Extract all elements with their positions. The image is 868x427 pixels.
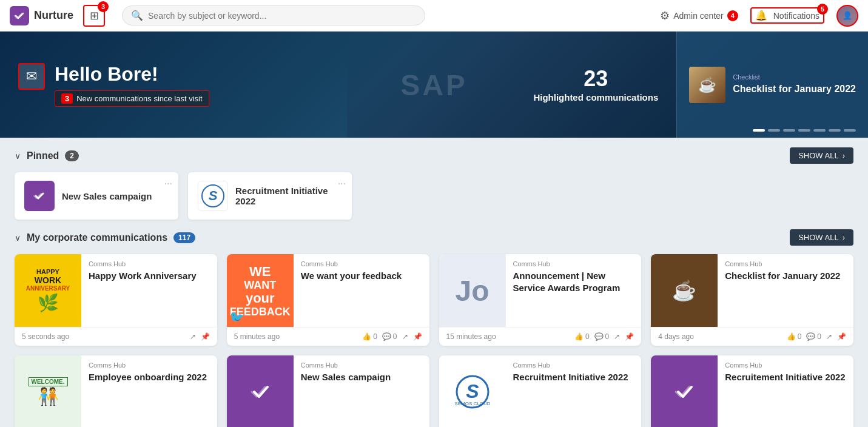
pinned-title: Pinned [27, 150, 59, 161]
hero-dot-2[interactable] [768, 129, 780, 132]
logo-icon [10, 6, 29, 25]
fb-your: your [246, 291, 275, 306]
checklist-like-count: 0 [798, 332, 802, 341]
announcement-like-count: 0 [585, 332, 590, 341]
recruitment-hub-label: Comms Hub [513, 361, 634, 369]
hero-dot-1[interactable] [753, 129, 765, 132]
announcement-comment-icon: 💬 [594, 332, 604, 341]
checklist-share-icon[interactable]: ↗ [826, 332, 832, 341]
announcement-share-icon[interactable]: ↗ [614, 332, 620, 341]
announcement-likes[interactable]: 👍 0 [574, 332, 590, 341]
recruitement-title: Recruitement Initiative 2022 [725, 371, 846, 422]
sales-hub-label: Comms Hub [301, 361, 422, 369]
corporate-show-all-button[interactable]: SHOW ALL › [790, 229, 853, 246]
hero-dot-4[interactable] [798, 129, 810, 132]
checklist-pin-icon[interactable]: 📌 [837, 332, 846, 341]
grid-badge: 3 [98, 1, 109, 12]
comm-card-sales[interactable]: Comms Hub New Sales campaign ↗ 📌 [227, 355, 429, 427]
hero-featured-card[interactable]: ☕ Checklist Checklist for January 2022 [676, 32, 868, 138]
sales-thumb-content [227, 355, 294, 427]
ann-text-happy: HAPPY [36, 268, 59, 275]
checklist-info: Comms Hub Checklist for January 2022 [718, 254, 853, 327]
feedback-share-icon[interactable]: ↗ [402, 332, 408, 341]
checklist-likes[interactable]: 👍 0 [787, 332, 802, 341]
jo-thumb-content: Jo [439, 254, 506, 327]
admin-center-button[interactable]: ⚙ Admin center 4 [660, 9, 738, 22]
announcement-title: Announcement | New Service Awards Progra… [513, 270, 634, 321]
corporate-header: ∨ My corporate communications 117 SHOW A… [15, 229, 853, 246]
pinned-card-2-icon: S [198, 181, 228, 211]
svg-text:S: S [209, 188, 218, 203]
comm-card-feedback[interactable]: WE WANT your FEEDBACK 🐦 Comms Hub We wan… [227, 254, 429, 346]
hero-dot-3[interactable] [783, 129, 795, 132]
hero-dot-6[interactable] [829, 129, 841, 132]
comm-card-top-recruitement: Comms Hub Recruitement Initiative 2022 [651, 355, 853, 427]
pinned-collapse-icon[interactable]: ∨ [15, 151, 21, 161]
corporate-section: ∨ My corporate communications 117 SHOW A… [0, 229, 868, 427]
notifications-button[interactable]: 🔔 5 Notifications [750, 7, 824, 24]
checklist-comments[interactable]: 💬 0 [806, 332, 821, 341]
announcement-hub-label: Comms Hub [513, 260, 634, 267]
featured-card-label: Checklist [733, 73, 856, 81]
feedback-comments[interactable]: 💬 0 [382, 332, 397, 341]
checklist-comment-icon: 💬 [806, 332, 815, 341]
top-navigation: Nurture ⊞ 3 🔍 ⚙ Admin center 4 🔔 5 Notif… [0, 0, 868, 32]
hero-right-content: 23 Highlighted communications ☕ Checklis… [515, 32, 868, 138]
search-input[interactable] [148, 11, 416, 21]
welcome-text: WELCOME. [29, 377, 68, 386]
app-logo[interactable]: Nurture [10, 6, 73, 25]
anniversary-hub-label: Comms Hub [89, 260, 210, 267]
grid-menu-button[interactable]: ⊞ 3 [83, 5, 105, 27]
svg-text:S: S [466, 380, 479, 402]
hero-dot-5[interactable] [813, 129, 826, 132]
comm-card-onboarding[interactable]: WELCOME. 🧑‍🤝‍🧑 Comms Hub Employee onboar… [15, 355, 217, 427]
fb-we: WE [249, 264, 271, 280]
pinned-card-2[interactable]: S Recruitment Initiative 2022 ··· [188, 172, 352, 220]
announcement-pin-icon[interactable]: 📌 [625, 332, 634, 341]
comm-card-recruitment[interactable]: S SEMOS CLOUD Comms Hub Recruitment Init… [439, 355, 642, 427]
feedback-thumbnail: WE WANT your FEEDBACK 🐦 [227, 254, 294, 327]
comm-card-checklist[interactable]: ☕ Comms Hub Checklist for January 2022 4… [651, 254, 853, 346]
user-avatar[interactable]: 👤 [836, 5, 858, 27]
fb-want: WANT [244, 280, 276, 291]
hero-dot-7[interactable] [844, 129, 856, 132]
pinned-card-1-icon [24, 181, 55, 211]
pinned-show-all-button[interactable]: SHOW ALL › [790, 147, 853, 164]
comm-card-anniversary[interactable]: HAPPY WORK ANNIVERSARY 🌿 Comms Hub Happy… [15, 254, 217, 346]
hero-greeting: Hello Bore! [55, 63, 209, 86]
announcement-info: Comms Hub Announcement | New Service Awa… [506, 254, 642, 327]
comm-card-recruitement[interactable]: Comms Hub Recruitement Initiative 2022 ↗… [651, 355, 853, 427]
featured-card-text: Checklist Checklist for January 2022 [733, 73, 856, 96]
search-bar[interactable]: 🔍 [122, 5, 425, 25]
anniversary-pin-icon[interactable]: 📌 [201, 332, 210, 341]
anniversary-share-icon[interactable]: ↗ [190, 332, 196, 341]
recruitment-thumbnail: S SEMOS CLOUD [439, 355, 506, 427]
grid-icon: ⊞ [90, 9, 99, 22]
comm-card-top-onboarding: WELCOME. 🧑‍🤝‍🧑 Comms Hub Employee onboar… [15, 355, 217, 427]
pinned-section: ∨ Pinned 2 SHOW ALL › New Sales campaign… [0, 138, 868, 229]
announcement-comment-count: 0 [605, 332, 610, 341]
comm-card-announcement[interactable]: Jo Comms Hub Announcement | New Service … [439, 254, 642, 346]
checklist-thumbnail: ☕ [651, 254, 718, 327]
welcome-thumb-content: WELCOME. 🧑‍🤝‍🧑 [15, 355, 81, 427]
pinned-card-1-title: New Sales campaign [62, 191, 152, 201]
notifications-badge: 5 [817, 4, 828, 15]
hero-text: Hello Bore! 3 New communications since l… [55, 63, 209, 107]
feedback-like-count: 0 [373, 332, 377, 341]
pinned-card-1-menu[interactable]: ··· [164, 178, 172, 189]
hero-left-content: ✉ Hello Bore! 3 New communications since… [0, 51, 227, 119]
pinned-card-2-menu[interactable]: ··· [338, 178, 346, 189]
onboarding-hub-label: Comms Hub [89, 361, 210, 369]
feedback-pin-icon[interactable]: 📌 [413, 332, 422, 341]
featured-card-title: Checklist for January 2022 [733, 83, 856, 96]
admin-center-badge: 4 [727, 10, 738, 21]
feedback-bottom: 5 minutes ago 👍 0 💬 0 ↗ 📌 [227, 327, 429, 346]
pinned-card-1[interactable]: New Sales campaign ··· [15, 172, 178, 220]
feedback-likes[interactable]: 👍 0 [362, 332, 377, 341]
feedback-thumb-content: WE WANT your FEEDBACK 🐦 [227, 254, 294, 327]
featured-thumb-image: ☕ [689, 67, 725, 103]
corporate-collapse-icon[interactable]: ∨ [15, 233, 21, 243]
onboarding-info: Comms Hub Employee onboarding 2022 [81, 355, 217, 427]
feedback-info: Comms Hub We want your feedback [294, 254, 429, 327]
announcement-comments[interactable]: 💬 0 [594, 332, 610, 341]
